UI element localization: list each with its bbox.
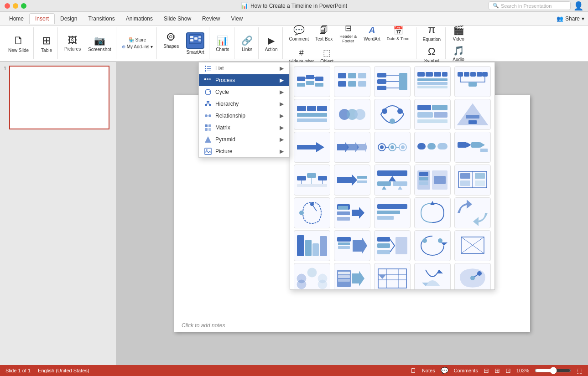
tab-insert[interactable]: Insert <box>29 13 55 24</box>
gallery-item-28[interactable] <box>374 230 411 261</box>
menu-item-cycle[interactable]: Cycle ▶ <box>199 86 289 98</box>
gallery-item-1[interactable] <box>294 66 330 97</box>
gallery-item-29[interactable] <box>414 230 451 261</box>
gallery-item-15[interactable] <box>454 132 491 163</box>
equation-button[interactable]: π Equation <box>420 21 443 44</box>
gallery-item-9[interactable] <box>414 99 451 130</box>
close-button[interactable] <box>5 3 10 9</box>
notes-button[interactable]: 🗒 <box>410 367 416 374</box>
svg-point-22 <box>208 114 211 117</box>
svg-rect-148 <box>377 243 390 248</box>
gallery-item-32[interactable] <box>334 263 370 290</box>
header-footer-button[interactable]: ⊟ Header & Footer <box>336 21 360 45</box>
audio-button[interactable]: 🎵 Audio <box>449 43 468 64</box>
wordart-button[interactable]: A WordArt <box>361 23 383 43</box>
tab-animations[interactable]: Animations <box>120 14 158 24</box>
gallery-item-18[interactable] <box>374 165 411 196</box>
gallery-item-5[interactable] <box>454 66 491 97</box>
gallery-item-30[interactable] <box>454 230 491 261</box>
gallery-item-4[interactable] <box>414 66 451 97</box>
action-button[interactable]: ▶ Action <box>262 33 281 54</box>
svg-rect-137 <box>377 216 394 220</box>
comment-button[interactable]: 💬 Comment <box>286 23 312 43</box>
tab-slideshow[interactable]: Slide Show <box>158 14 197 24</box>
svg-point-15 <box>205 89 211 95</box>
svg-point-71 <box>390 118 395 124</box>
text-box-button[interactable]: 🗐 Text Box <box>312 23 335 43</box>
pictures-button[interactable]: 🖼 Pictures <box>62 33 83 54</box>
menu-item-matrix[interactable]: Matrix ▶ <box>199 122 289 134</box>
tab-view[interactable]: View <box>225 14 248 24</box>
svg-marker-96 <box>467 142 471 148</box>
gallery-item-22[interactable] <box>334 197 370 228</box>
gallery-item-24[interactable] <box>414 197 451 228</box>
gallery-item-26[interactable] <box>294 230 330 261</box>
tab-review[interactable]: Review <box>197 14 225 24</box>
gallery-item-19[interactable] <box>414 165 451 196</box>
gallery-item-17[interactable] <box>334 165 370 196</box>
slide-sorter-button[interactable]: ⊞ <box>494 367 500 374</box>
slide-panel: 1 <box>0 62 116 365</box>
comments-button[interactable]: 💬 <box>441 367 448 374</box>
gallery-item-12[interactable] <box>334 132 370 163</box>
video-button[interactable]: 🎬 Video <box>449 23 468 43</box>
table-button[interactable]: ⊞ Table <box>37 32 56 55</box>
gallery-item-31[interactable] <box>294 263 330 290</box>
gallery-item-10[interactable] <box>454 99 491 130</box>
svg-rect-101 <box>307 173 316 178</box>
reading-view-button[interactable]: ⊡ <box>505 367 511 374</box>
gallery-item-8[interactable] <box>374 99 411 130</box>
gallery-item-35[interactable] <box>454 263 491 290</box>
gallery-item-13[interactable] <box>374 132 411 163</box>
menu-item-process[interactable]: Process ▶ <box>199 74 289 86</box>
normal-view-button[interactable]: ⊟ <box>484 367 489 374</box>
gallery-item-2[interactable] <box>334 66 370 97</box>
tab-transitions[interactable]: Transitions <box>83 14 120 24</box>
gallery-item-21[interactable] <box>294 197 330 228</box>
slide-thumbnail[interactable] <box>9 66 109 129</box>
menu-item-picture[interactable]: Picture ▶ <box>199 145 289 157</box>
gallery-item-23[interactable] <box>374 197 411 228</box>
gallery-item-3[interactable] <box>374 66 411 97</box>
gallery-item-14[interactable] <box>414 132 451 163</box>
date-time-button[interactable]: 📅 Date & Time <box>384 24 412 43</box>
gallery-item-27[interactable] <box>334 230 370 261</box>
add-notes-text[interactable]: Click to add notes <box>174 319 232 332</box>
svg-rect-23 <box>205 124 208 127</box>
minimize-button[interactable] <box>13 3 18 9</box>
new-slide-button[interactable]: 🗋 New Slide <box>5 32 31 55</box>
gallery-item-20[interactable] <box>454 165 491 196</box>
charts-button[interactable]: 📊 Charts <box>213 33 232 54</box>
svg-marker-163 <box>352 271 364 286</box>
shapes-button[interactable]: ⭗ Shapes <box>161 31 182 57</box>
links-group: 🔗 Links <box>236 27 259 59</box>
maximize-button[interactable] <box>21 3 26 9</box>
gallery-item-33[interactable] <box>374 263 411 290</box>
gallery-item-11[interactable] <box>294 132 330 163</box>
smartart-button[interactable]: SmartArt <box>183 31 207 57</box>
gallery-item-7[interactable] <box>334 99 370 130</box>
share-button[interactable]: 👥 Share ▾ <box>557 15 584 22</box>
links-button[interactable]: 🔗 Links <box>238 33 256 54</box>
menu-item-pyramid[interactable]: Pyramid ▶ <box>199 134 289 145</box>
store-button[interactable]: 🏪 Store <box>127 36 148 43</box>
gallery-item-34[interactable] <box>414 263 451 290</box>
gallery-item-25[interactable] <box>454 197 491 228</box>
screenshot-button[interactable]: 📷 Screenshot <box>85 33 114 54</box>
search-input[interactable]: 🔍 Search in Presentation <box>489 1 571 10</box>
tab-home[interactable]: Home <box>4 14 29 24</box>
menu-item-hierarchy[interactable]: Hierarchy ▶ <box>199 98 289 110</box>
svg-rect-125 <box>475 173 485 179</box>
user-icon[interactable]: 👤 <box>573 1 583 11</box>
my-addins-button[interactable]: ⊕ My Add-ins ▾ <box>120 43 155 50</box>
menu-item-relationship[interactable]: Relationship ▶ <box>199 110 289 122</box>
gallery-item-6[interactable] <box>294 99 330 130</box>
svg-rect-63 <box>317 106 327 111</box>
zoom-slider[interactable] <box>535 367 571 374</box>
svg-marker-115 <box>398 186 402 190</box>
fit-slide-button[interactable]: ⬚ <box>577 367 583 374</box>
gallery-item-16[interactable] <box>294 165 330 196</box>
svg-marker-134 <box>352 207 364 219</box>
tab-design[interactable]: Design <box>55 14 83 24</box>
menu-item-list[interactable]: List ▶ <box>199 62 289 74</box>
